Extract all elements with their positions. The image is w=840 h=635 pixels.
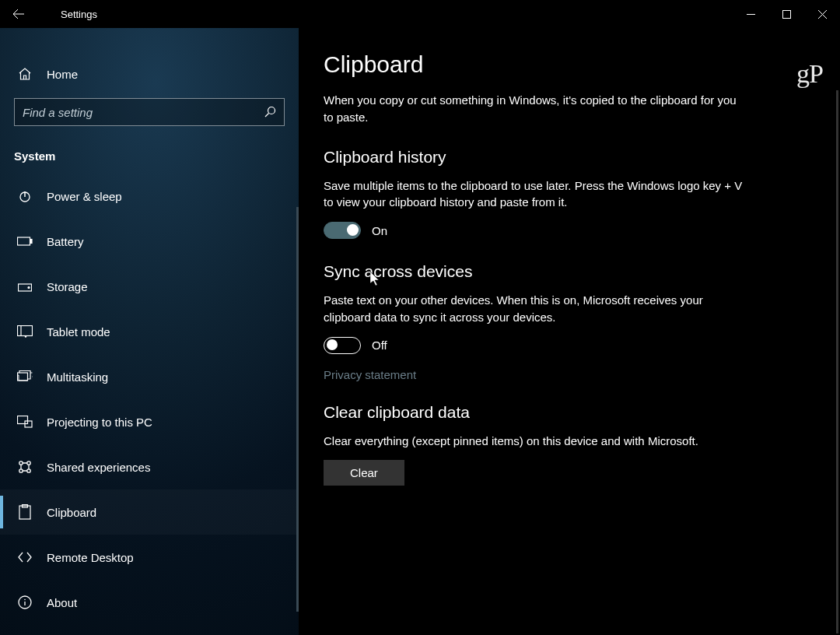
tablet-mode-icon [17, 325, 33, 338]
sidebar-item-label: Tablet mode [47, 325, 110, 339]
section-desc-sync: Paste text on your other devices. When t… [324, 292, 744, 326]
titlebar: Settings [0, 0, 840, 28]
storage-icon [17, 281, 33, 292]
brand-watermark: gP [796, 59, 823, 89]
sidebar-item-power-sleep[interactable]: Power & sleep [0, 174, 299, 219]
settings-window: Settings Home [0, 0, 840, 635]
svg-rect-0 [782, 10, 790, 18]
section-title-clear: Clear clipboard data [324, 403, 818, 422]
svg-point-15 [27, 469, 30, 472]
sidebar-item-label: Power & sleep [47, 190, 122, 203]
home-icon [17, 67, 33, 81]
svg-point-6 [28, 287, 30, 289]
sidebar-item-label: Clipboard [47, 506, 96, 519]
back-button[interactable] [0, 0, 37, 28]
clipboard-icon [17, 504, 33, 520]
maximize-icon [782, 10, 791, 19]
sync-devices-toggle[interactable] [324, 337, 361, 354]
maximize-button[interactable] [768, 0, 804, 28]
window-title: Settings [37, 9, 97, 20]
close-button[interactable] [804, 0, 840, 28]
sidebar-item-tablet-mode[interactable]: Tablet mode [0, 309, 299, 354]
home-button[interactable]: Home [0, 59, 299, 89]
toggle-row-history: On [324, 222, 818, 239]
arrow-left-icon [12, 8, 25, 20]
clipboard-history-toggle[interactable] [324, 222, 361, 239]
main-content: gP Clipboard When you copy or cut someth… [299, 28, 840, 635]
shared-experiences-icon [17, 460, 33, 474]
search-input[interactable] [23, 106, 264, 119]
sidebar-item-remote-desktop[interactable]: Remote Desktop [0, 535, 299, 580]
sidebar-item-projecting[interactable]: Projecting to this PC [0, 399, 299, 444]
minimize-button[interactable] [733, 0, 768, 28]
minimize-icon [747, 10, 755, 19]
sidebar-item-label: Multitasking [47, 370, 108, 384]
svg-point-13 [27, 461, 30, 465]
sidebar-item-storage[interactable]: Storage [0, 264, 299, 309]
nav-list: Power & sleep Battery Storage [0, 174, 299, 635]
svg-rect-7 [18, 326, 33, 336]
about-icon [17, 595, 33, 609]
sidebar-item-label: Storage [47, 280, 88, 293]
section-desc-clear: Clear everything (except pinned items) o… [324, 433, 744, 450]
section-desc-history: Save multiple items to the clipboard to … [324, 177, 744, 212]
page-intro: When you copy or cut something in Window… [324, 92, 744, 126]
multitasking-icon [17, 370, 33, 383]
sidebar-item-shared-experiences[interactable]: Shared experiences [0, 444, 299, 489]
sidebar-item-label: About [47, 596, 77, 609]
search-box[interactable] [14, 98, 285, 126]
page-title: Clipboard [324, 51, 818, 78]
toggle-label-sync: Off [372, 339, 387, 352]
clear-button[interactable]: Clear [324, 460, 404, 486]
svg-point-8 [25, 335, 26, 337]
home-label: Home [47, 68, 78, 81]
svg-point-14 [19, 469, 23, 472]
toggle-row-sync: Off [324, 337, 818, 354]
projecting-icon [17, 416, 33, 428]
sidebar-item-multitasking[interactable]: Multitasking [0, 354, 299, 399]
svg-rect-4 [30, 240, 32, 244]
svg-point-19 [24, 599, 26, 601]
sidebar-item-clipboard[interactable]: Clipboard [0, 489, 299, 535]
svg-rect-10 [18, 416, 28, 424]
sidebar-item-label: Shared experiences [47, 461, 150, 474]
window-controls [733, 0, 840, 28]
category-label: System [0, 134, 299, 174]
svg-rect-3 [18, 237, 30, 245]
search-icon [264, 106, 276, 118]
sidebar-item-about[interactable]: About [0, 580, 299, 625]
search-container [0, 89, 299, 134]
main-scrollbar[interactable] [836, 90, 838, 633]
power-icon [17, 189, 33, 203]
svg-point-1 [268, 107, 275, 114]
sidebar: Home System Power & sleep [0, 28, 299, 635]
sidebar-item-label: Battery [47, 235, 84, 248]
toggle-label-history: On [372, 224, 387, 237]
section-title-history: Clipboard history [324, 148, 818, 167]
close-icon [818, 10, 827, 19]
sidebar-item-label: Projecting to this PC [47, 416, 152, 429]
privacy-statement-link[interactable]: Privacy statement [324, 368, 416, 381]
sidebar-item-battery[interactable]: Battery [0, 219, 299, 264]
battery-icon [17, 237, 33, 246]
svg-point-12 [19, 461, 23, 465]
sidebar-item-label: Remote Desktop [47, 551, 134, 564]
remote-desktop-icon [17, 551, 33, 563]
section-title-sync: Sync across devices [324, 262, 818, 281]
